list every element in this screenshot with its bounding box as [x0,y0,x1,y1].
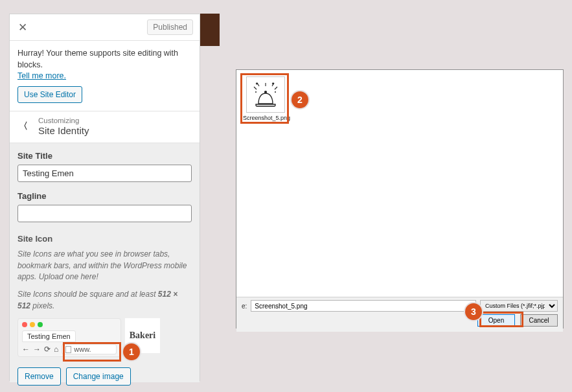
wp-customizer-panel: ✕ Published Hurray! Your theme supports … [9,14,200,381]
browser-tab: Testing Emen [22,330,76,342]
filetype-select[interactable]: Custom Files (*.jfif;*.pjpeg;*.jpeg [480,300,558,312]
close-icon[interactable]: ✕ [16,21,29,34]
page-title: Site Identity [38,125,89,136]
file-thumbnail [246,76,285,113]
open-button[interactable]: Open [477,314,515,327]
use-site-editor-button[interactable]: Use Site Editor [17,86,82,103]
callout-2: 2 [292,91,308,108]
home-icon: ⌂ [54,345,58,354]
file-label: Screenshot_5.png [243,115,288,121]
svg-point-0 [264,91,267,93]
reload-icon: ⟳ [44,345,51,354]
file-open-dialog: Screenshot_5.png e: Custom Files (*.jfif… [236,69,564,329]
back-arrow-icon: ← [22,345,30,354]
site-title-input[interactable] [17,165,192,182]
panel-body: Site Title Tagline Site Icon Site Icons … [10,143,200,382]
browser-mock: Testing Emen ← → ⟳ ⌂ www. [17,318,121,357]
filename-label: e: [242,303,247,310]
bell-icon [251,80,280,109]
callout-3: 3 [465,303,482,320]
svg-point-2 [275,91,276,93]
site-icon-desc-1: Site Icons are what you see in browser t… [17,249,192,282]
file-item[interactable]: Screenshot_5.png [243,76,288,121]
cancel-button[interactable]: Cancel [520,314,558,327]
forward-arrow-icon: → [33,345,41,354]
site-icon-preview-row: Testing Emen ← → ⟳ ⌂ www. Bakeri [17,318,192,357]
file-dialog-footer: e: Custom Files (*.jfif;*.pjpeg;*.jpeg O… [236,297,563,332]
back-icon[interactable]: 〈 [10,121,37,132]
callout-1: 1 [123,343,140,360]
remove-button[interactable]: Remove [17,367,61,386]
tell-me-more-link[interactable]: Tell me more. [17,71,192,80]
file-dialog-body: Screenshot_5.png [236,70,563,297]
site-title-label: Site Title [17,151,192,161]
svg-point-1 [255,91,257,93]
change-image-button[interactable]: Change image [66,367,131,386]
published-button[interactable]: Published [147,19,193,35]
site-editor-notice: Hurray! Your theme supports site editing… [10,41,200,111]
tagline-input[interactable] [17,205,192,222]
wp-customizer-topbar: ✕ Published [10,14,200,41]
notice-text: Hurray! Your theme supports site editing… [17,47,192,71]
breadcrumb: 〈 Customizing Site Identity [10,111,200,143]
tagline-label: Tagline [17,191,192,201]
filename-input[interactable] [251,300,476,312]
site-icon-label: Site Icon [17,234,192,244]
breadcrumb-small: Customizing [38,117,89,124]
address-bar: www. [62,344,117,354]
site-icon-desc-2: Site Icons should be square and at least… [17,289,192,312]
